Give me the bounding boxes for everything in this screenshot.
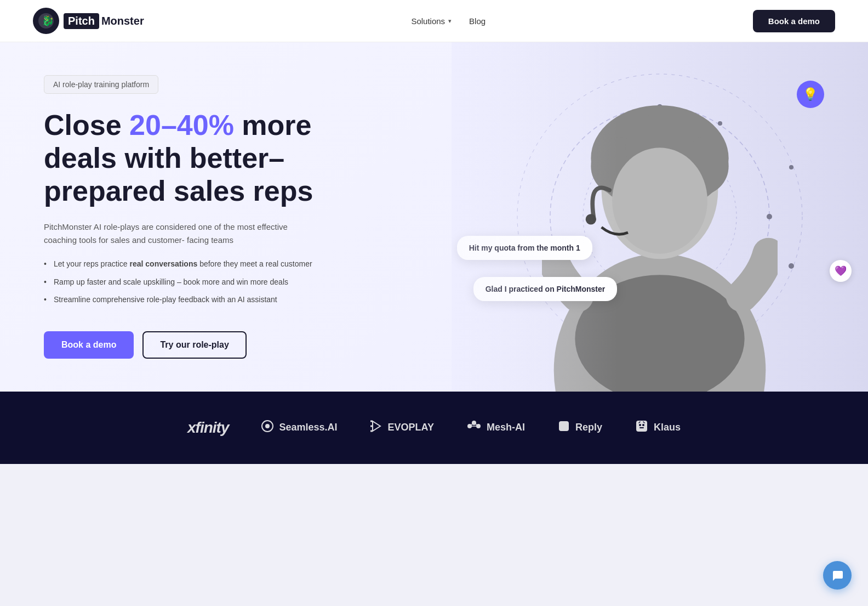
svg-point-35 <box>639 424 641 426</box>
hero-section: AI role-play training platform Close 20–… <box>0 42 868 392</box>
bullet-1: Let your reps practice real conversation… <box>44 258 419 270</box>
hero-left: AI role-play training platform Close 20–… <box>0 42 452 392</box>
hero-title-accent: 20–40% <box>129 109 234 141</box>
hero-bullets: Let your reps practice real conversation… <box>44 258 419 311</box>
hero-title: Close 20–40% moredeals with better–prepa… <box>44 109 419 207</box>
logo-icon: 🐉 <box>33 8 59 34</box>
logo: 🐉 Pitch Monster <box>33 8 144 34</box>
hero-title-part1: Close <box>44 109 129 141</box>
bulb-icon: 💡 <box>797 81 824 108</box>
svg-point-19 <box>585 214 596 224</box>
svg-rect-37 <box>639 427 644 428</box>
hero-actions: Book a demo Try our role-play <box>44 331 419 359</box>
hero-badge: AI role-play training platform <box>44 75 158 94</box>
partner-reply: Reply <box>558 420 602 435</box>
bullet-2: Ramp up faster and scale upskilling – bo… <box>44 276 419 288</box>
svg-point-22 <box>265 424 270 428</box>
logos-section: xfinity Seamless.AI EVOPLAY Mesh-AI <box>0 392 868 464</box>
heart-icon: 💜 <box>830 260 852 282</box>
klaus-icon <box>635 420 648 436</box>
header: 🐉 Pitch Monster Solutions ▾ Blog Book a … <box>0 0 868 42</box>
person-silhouette <box>542 73 778 392</box>
logo-monster: Monster <box>101 15 144 27</box>
main-nav: Solutions ▾ Blog <box>411 16 486 26</box>
speech-bubble-2: Glad I practiced on PitchMonster <box>473 277 618 301</box>
mesh-ai-icon <box>467 420 481 435</box>
speech-bubble-1: Hit my quota from the month 1 <box>457 236 592 260</box>
hero-description: PitchMonster AI role-plays are considere… <box>44 220 307 247</box>
chevron-down-icon: ▾ <box>448 18 452 25</box>
hero-right: 💡 💜 Hit my quota from the month 1 Glad I… <box>452 42 868 392</box>
nav-blog[interactable]: Blog <box>469 16 486 26</box>
bullet-3: Streamline comprehensive role-play feedb… <box>44 293 419 305</box>
book-demo-header-button[interactable]: Book a demo <box>753 10 835 32</box>
evoplay-icon <box>370 420 382 435</box>
partner-evoplay: EVOPLAY <box>370 420 434 435</box>
svg-point-18 <box>612 148 707 253</box>
logo-pitch: Pitch <box>64 13 99 29</box>
try-role-play-button[interactable]: Try our role-play <box>142 331 246 359</box>
partner-klaus: Klaus <box>635 420 681 436</box>
svg-text:🐉: 🐉 <box>42 15 54 27</box>
partner-xfinity: xfinity <box>187 419 229 437</box>
svg-point-11 <box>789 263 794 269</box>
hero-image-background: 💡 💜 Hit my quota from the month 1 Glad I… <box>452 42 868 392</box>
svg-rect-34 <box>636 421 647 432</box>
reply-icon <box>558 420 570 435</box>
svg-rect-33 <box>559 421 569 431</box>
svg-point-36 <box>642 424 644 426</box>
book-demo-hero-button[interactable]: Book a demo <box>44 331 134 359</box>
svg-marker-23 <box>373 421 380 431</box>
seamless-icon <box>261 420 273 435</box>
partner-mesh-ai: Mesh-AI <box>467 420 525 435</box>
partner-seamless: Seamless.AI <box>261 420 337 435</box>
nav-solutions[interactable]: Solutions ▾ <box>411 16 452 26</box>
logo-text: Pitch Monster <box>64 13 144 29</box>
svg-point-9 <box>789 165 793 169</box>
xfinity-icon: xfinity <box>187 419 229 437</box>
